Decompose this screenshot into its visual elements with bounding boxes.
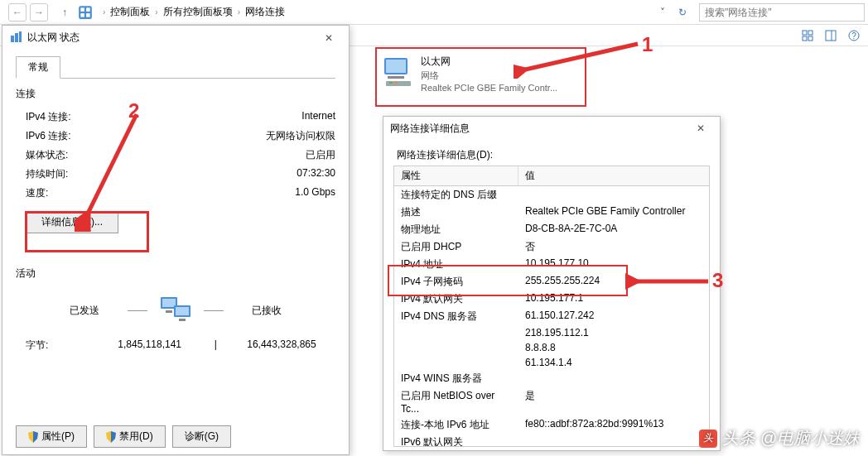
property-cell: 物理地址: [394, 222, 518, 238]
table-row[interactable]: 物理地址D8-CB-8A-2E-7C-0A: [394, 221, 709, 238]
table-row[interactable]: 8.8.8.8: [394, 340, 709, 355]
table-row[interactable]: IPv4 默认网关10.195.177.1: [394, 290, 709, 308]
value-cell: 是: [518, 388, 709, 415]
table-row[interactable]: 61.134.1.4: [394, 355, 709, 370]
value-cell: 10.195.177.10: [518, 257, 709, 272]
property-cell: 已启用 NetBIOS over Tc...: [394, 388, 518, 415]
table-row[interactable]: IPv6 默认网关: [394, 434, 709, 447]
col-property[interactable]: 属性: [394, 166, 518, 185]
refresh-button[interactable]: ↻: [673, 3, 692, 22]
svg-rect-4: [86, 13, 90, 17]
monitors-icon: [157, 292, 194, 329]
value-cell: 61.150.127.242: [518, 309, 709, 324]
nav-up-button[interactable]: ↑: [56, 4, 73, 21]
annotation-number-1: 1: [642, 33, 653, 56]
ipv4-conn-value: Internet: [301, 110, 335, 124]
close-button[interactable]: ✕: [312, 29, 345, 47]
media-label: 媒体状态:: [26, 148, 68, 162]
breadcrumb: › 控制面板 › 所有控制面板项 › 网络连接: [98, 3, 656, 21]
value-cell: Realtek PCIe GBE Family Controller: [518, 204, 709, 220]
disable-button-label: 禁用(D): [119, 430, 153, 444]
breadcrumb-item-network[interactable]: 网络连接: [242, 3, 288, 21]
details-button[interactable]: 详细信息(E)...: [26, 211, 118, 233]
svg-rect-17: [389, 82, 393, 84]
value-cell: 255.255.255.224: [518, 274, 709, 290]
network-details-dialog: 网络连接详细信息 ✕ 网络连接详细信息(D): 属性 值 连接特定的 DNS 后…: [383, 116, 721, 451]
table-row[interactable]: 描述Realtek PCIe GBE Family Controller: [394, 204, 709, 221]
annotation-number-3: 3: [712, 269, 723, 292]
table-row[interactable]: 连接-本地 IPv6 地址fe80::adbf:872a:82bd:9991%1…: [394, 416, 709, 434]
table-row[interactable]: IPv4 地址10.195.177.10: [394, 256, 709, 273]
nav-forward-button[interactable]: →: [30, 3, 48, 22]
svg-rect-19: [11, 36, 14, 42]
help-icon[interactable]: ?: [846, 28, 861, 43]
row-speed: 速度:1.0 Gbps: [16, 184, 335, 203]
property-cell: 已启用 DHCP: [394, 239, 518, 255]
value-cell: 否: [518, 239, 709, 255]
status-dialog-body: 常规 连接 IPv4 连接:Internet IPv6 连接:无网络访问权限 媒…: [2, 49, 349, 362]
table-row[interactable]: IPv4 子网掩码255.255.255.224: [394, 273, 709, 290]
details-pane-icon[interactable]: [823, 28, 838, 43]
svg-rect-6: [808, 31, 813, 35]
property-cell: 连接特定的 DNS 后缀: [394, 187, 518, 203]
table-row[interactable]: IPv4 WINS 服务器: [394, 370, 709, 387]
breadcrumb-item-control-panel[interactable]: 控制面板: [107, 3, 153, 21]
details-table: 属性 值 连接特定的 DNS 后缀描述Realtek PCIe GBE Fami…: [393, 166, 710, 447]
nav-back-button[interactable]: ←: [8, 3, 27, 22]
close-button[interactable]: ✕: [688, 120, 713, 137]
diagnose-button[interactable]: 诊断(G): [172, 425, 231, 448]
details-dialog-titlebar: 网络连接详细信息 ✕: [383, 117, 720, 140]
property-cell: IPv6 默认网关: [394, 434, 518, 447]
col-value[interactable]: 值: [518, 166, 709, 185]
svg-rect-25: [176, 307, 189, 315]
annotation-number-2: 2: [128, 99, 139, 122]
value-cell: 218.195.112.1: [518, 326, 709, 339]
adapter-name: 以太网: [421, 55, 557, 69]
details-table-body: 连接特定的 DNS 后缀描述Realtek PCIe GBE Family Co…: [394, 186, 709, 447]
ipv6-conn-value: 无网络访问权限: [266, 129, 335, 143]
search-input[interactable]: [699, 3, 865, 22]
watermark-text: 头条 @电脑小迷妹: [722, 427, 860, 449]
breadcrumb-item-all[interactable]: 所有控制面板项: [160, 3, 236, 21]
row-duration: 持续时间:07:32:30: [16, 165, 335, 184]
toutiao-icon: 头: [699, 430, 717, 448]
shield-icon: [106, 431, 116, 443]
table-row[interactable]: 218.195.112.1: [394, 325, 709, 340]
adapter-network: 网络: [421, 70, 557, 82]
svg-text:?: ?: [851, 31, 856, 41]
connection-section-head: 连接: [16, 87, 335, 101]
svg-rect-20: [15, 33, 18, 42]
breadcrumb-dropdown-button[interactable]: ˅: [656, 3, 669, 22]
properties-button[interactable]: 属性(P): [16, 425, 87, 448]
properties-button-label: 属性(P): [41, 430, 75, 444]
nav-right-group: ˅ ↻: [656, 3, 865, 22]
table-row[interactable]: 已启用 DHCP否: [394, 238, 709, 256]
svg-rect-15: [388, 76, 404, 79]
tab-row: 常规: [16, 55, 335, 79]
shield-icon: [28, 431, 38, 443]
row-media: 媒体状态:已启用: [16, 146, 335, 165]
control-panel-icon: [78, 5, 93, 20]
recv-label: 已接收: [234, 304, 300, 318]
row-ipv4-conn: IPv4 连接:Internet: [16, 108, 335, 127]
property-cell: IPv4 地址: [394, 257, 518, 272]
bytes-row: 字节: 1,845,118,141 | 16,443,328,865: [16, 335, 335, 356]
bytes-label: 字节:: [26, 338, 92, 353]
table-row[interactable]: IPv4 DNS 服务器61.150.127.242: [394, 308, 709, 325]
table-row[interactable]: 连接特定的 DNS 后缀: [394, 186, 709, 204]
value-cell: [518, 187, 709, 203]
speed-value: 1.0 Gbps: [295, 186, 335, 200]
activity-section-head: 活动: [16, 266, 335, 281]
property-cell: [394, 356, 518, 369]
value-cell: 10.195.177.1: [518, 291, 709, 307]
svg-rect-2: [86, 7, 90, 12]
disable-button[interactable]: 禁用(D): [94, 425, 166, 448]
duration-value: 07:32:30: [297, 167, 335, 181]
adapter-card-ethernet[interactable]: 以太网 网络 Realtek PCIe GBE Family Contr...: [373, 50, 580, 98]
table-row[interactable]: 已启用 NetBIOS over Tc...是: [394, 387, 709, 416]
network-adapter-icon: [381, 55, 414, 88]
view-icon[interactable]: [800, 28, 815, 43]
svg-rect-21: [19, 31, 22, 42]
network-status-icon: [9, 31, 22, 44]
tab-general[interactable]: 常规: [16, 56, 60, 79]
